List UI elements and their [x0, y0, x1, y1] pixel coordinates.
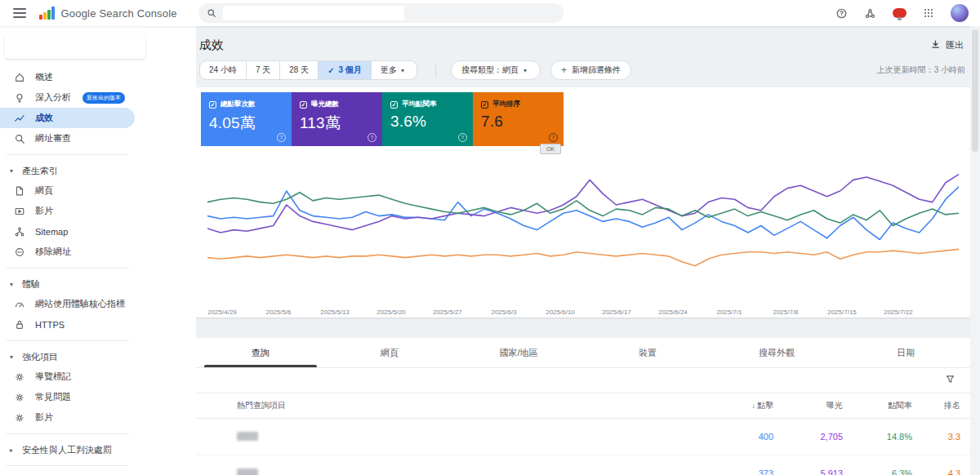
export-button[interactable]: 匯出	[930, 39, 964, 51]
tab-dimension[interactable]: 網頁	[325, 338, 454, 367]
property-selector-redacted[interactable]	[5, 33, 145, 59]
filter-funnel-icon[interactable]	[945, 373, 956, 388]
date-range-option[interactable]: 更多▾	[371, 61, 416, 79]
tab-dimension[interactable]: 日期	[841, 338, 970, 367]
metric-card-value: 113萬	[300, 113, 374, 134]
sidebar-nav: 概述深入分析新推出的版本成效網址審查▾產生索引網頁影片Sitemap移除網址▾體…	[0, 26, 196, 475]
sidebar-section-header[interactable]: ▾體驗	[0, 274, 196, 294]
performance-chart[interactable]	[207, 163, 959, 302]
table-row[interactable]: 3735,9136.3%4.3	[196, 455, 970, 475]
sidebar-item[interactable]: 移除網址	[0, 242, 196, 262]
sort-desc-icon: ↓	[752, 402, 756, 410]
sidebar-section-label: 強化項目	[22, 351, 58, 363]
search-icon	[207, 8, 216, 18]
sidebar-section-collapsed[interactable]: ▸安全性與人工判決處罰	[0, 440, 196, 459]
sidebar-item[interactable]: Sitemap	[0, 221, 196, 242]
avatar[interactable]	[951, 4, 969, 22]
sidebar-section-label: 體驗	[22, 278, 40, 291]
help-icon[interactable]: ?	[277, 133, 286, 142]
menu-icon[interactable]	[13, 8, 26, 18]
date-range-option[interactable]: 7 天	[246, 61, 279, 79]
x-axis-labels: 2025/4/292025/5/62025/5/132025/5/202025/…	[207, 307, 970, 320]
sidebar-item-label: 影片	[35, 205, 53, 217]
sidebar-item[interactable]: 網址審查	[0, 128, 196, 149]
x-axis-tick-label: 2025/7/1	[716, 309, 742, 316]
sidebar-item[interactable]: 概述	[0, 67, 196, 87]
x-axis-tick-label: 2025/7/8	[773, 309, 798, 316]
redacted-query-text	[237, 468, 258, 475]
metric-card-label-row: ✓平均點閱率	[390, 100, 465, 109]
sidebar-item-label: 網頁	[35, 184, 53, 197]
sidebar-item[interactable]: 網頁	[0, 180, 196, 201]
add-filter-button[interactable]: + 新增篩選條件	[550, 60, 631, 80]
sidebar-section-header[interactable]: ▾強化項目	[0, 347, 196, 366]
tab-active[interactable]: 查詢	[196, 338, 325, 367]
search-type-filter[interactable]: 搜尋類型：網頁 ▾	[451, 60, 541, 80]
checkbox-icon[interactable]: ✓	[300, 101, 307, 109]
metric-card[interactable]: ✓總點擊次數4.05萬?	[201, 92, 292, 146]
sidebar-item[interactable]: 影片	[0, 201, 196, 221]
export-label: 匯出	[946, 39, 964, 51]
manage-users-icon[interactable]	[864, 7, 876, 20]
metric-cards: ✓總點擊次數4.05萬?✓曝光總數113萬?✓平均點閱率3.6%?✓平均排序7.…	[201, 92, 970, 146]
column-header-clicks[interactable]: ↓點擊	[706, 400, 780, 411]
scrollbar-thumb[interactable]	[972, 29, 978, 152]
date-range-option[interactable]: ✓3 個月	[318, 61, 371, 79]
checkbox-icon[interactable]: ✓	[209, 101, 216, 109]
new-feature-badge: 新推出的版本	[82, 92, 125, 104]
core-web-vitals-icon	[14, 299, 25, 310]
gsc-logo-icon	[39, 7, 55, 20]
query-cell[interactable]	[196, 432, 706, 442]
help-icon[interactable]: ?	[549, 133, 558, 142]
sidebar-item[interactable]: 常見問題	[0, 387, 196, 407]
sidebar-item-label: 網站使用體驗核心指標	[35, 298, 125, 310]
metric-card[interactable]: ✓平均點閱率3.6%?	[382, 92, 473, 146]
sidebar-item-label: 成效	[35, 112, 53, 124]
sidebar-item[interactable]: 影片	[0, 407, 196, 428]
x-axis-tick-label: 2025/7/15	[827, 309, 857, 316]
google-apps-icon[interactable]	[923, 7, 934, 19]
chevron-down-icon: ▾	[10, 167, 16, 175]
help-icon[interactable]	[835, 7, 848, 20]
checkbox-icon[interactable]: ✓	[390, 101, 398, 109]
help-icon[interactable]: ?	[458, 133, 467, 142]
sidebar-item-label: 移除網址	[35, 246, 71, 258]
tab-dimension[interactable]: 搜尋外觀	[712, 338, 841, 367]
tab-dimension[interactable]: 國家/地區	[454, 338, 583, 367]
metric-card[interactable]: ✓平均排序7.6?	[473, 92, 564, 146]
sidebar-item[interactable]: 深入分析新推出的版本	[0, 87, 196, 108]
column-header-position[interactable]: 排名	[919, 400, 970, 411]
sidebar-item-label: 影片	[35, 411, 53, 424]
filter-row: 24 小時7 天28 天✓3 個月更多▾ 搜尋類型：網頁 ▾ + 新增篩選條件 …	[199, 60, 970, 81]
clicks-cell: 373	[706, 468, 780, 475]
search-input[interactable]	[198, 3, 564, 23]
sidebar-section-header[interactable]: ▾產生索引	[0, 161, 196, 180]
checkbox-icon[interactable]: ✓	[481, 101, 488, 109]
sidebar-item[interactable]: 連結	[0, 472, 196, 475]
chevron-down-icon: ▾	[10, 353, 16, 361]
sidebar-item[interactable]: HTTPS	[0, 314, 196, 335]
help-icon[interactable]: ?	[368, 133, 376, 142]
sidebar-items: 概述深入分析新推出的版本成效網址審查▾產生索引網頁影片Sitemap移除網址▾體…	[0, 67, 196, 475]
query-cell[interactable]	[196, 468, 706, 475]
inspect-icon	[14, 133, 25, 144]
sidebar-divider	[7, 154, 129, 155]
column-header-ctr[interactable]: 點閱率	[849, 400, 919, 411]
table-row[interactable]: 4002,70514.8%3.3	[196, 419, 970, 455]
position-cell: 4.3	[919, 468, 970, 475]
alert-badge-icon[interactable]	[893, 8, 906, 18]
sidebar-item[interactable]: 成效	[0, 108, 135, 128]
sidebar-section-label: 產生索引	[22, 165, 58, 177]
metric-card[interactable]: ✓曝光總數113萬?	[292, 92, 382, 146]
column-header-impressions[interactable]: 曝光	[780, 400, 849, 411]
impressions-cell: 5,913	[780, 468, 849, 475]
sidebar-divider	[7, 465, 129, 466]
date-range-option[interactable]: 28 天	[279, 61, 318, 79]
column-header-queries[interactable]: 熱門查詢項目	[196, 400, 706, 411]
sidebar-item[interactable]: 導覽標記	[0, 366, 196, 387]
add-filter-label: 新增篩選條件	[572, 64, 621, 76]
x-axis-tick-label: 2025/6/17	[602, 309, 631, 316]
date-range-option[interactable]: 24 小時	[200, 61, 246, 79]
tab-dimension[interactable]: 裝置	[583, 338, 712, 367]
sidebar-item[interactable]: 網站使用體驗核心指標	[0, 294, 196, 314]
